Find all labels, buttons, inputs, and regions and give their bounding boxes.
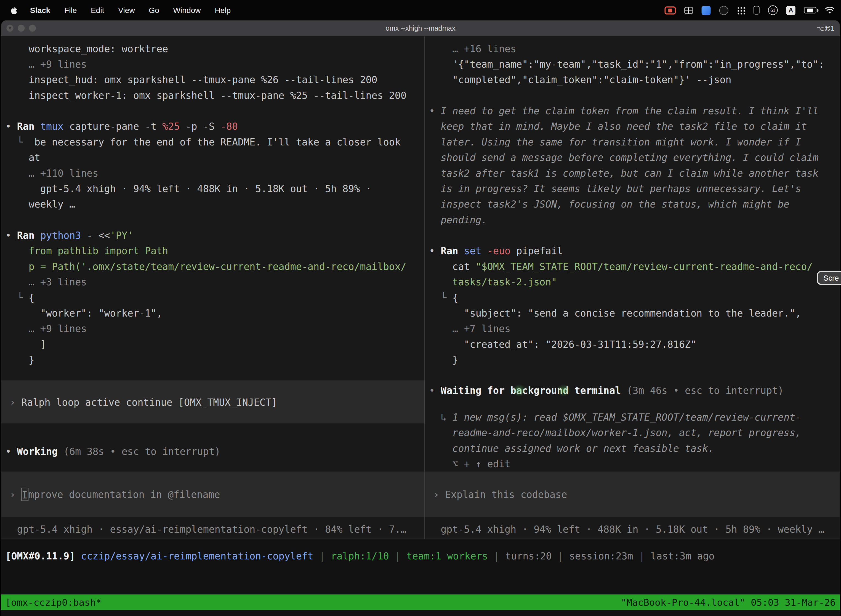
app-icon-dark[interactable]	[719, 6, 728, 15]
ran-label: Ran	[17, 230, 40, 241]
thinking-line: should send a message before completing …	[429, 150, 840, 165]
tmux-pane-left[interactable]: workspace_mode: worktree … +9 lines insp…	[1, 37, 424, 538]
menu-help[interactable]: Help	[208, 6, 238, 14]
command-flag: -euo	[487, 245, 516, 257]
terminal-cursor: I	[21, 487, 28, 501]
blank-line	[5, 212, 424, 227]
separator: |	[552, 550, 569, 562]
bullet-icon: •	[5, 230, 17, 241]
screen-recording-indicator[interactable]	[664, 6, 676, 14]
app-menu-slack[interactable]: Slack	[23, 6, 57, 14]
ghost-text: mprove documentation in @filename	[28, 488, 220, 500]
window-layout-icon[interactable]	[684, 7, 693, 13]
menu-edit[interactable]: Edit	[84, 6, 111, 14]
output-text: {	[452, 292, 458, 303]
composer-input[interactable]: › Explain this codebase	[425, 472, 840, 517]
separator: |	[633, 550, 651, 562]
tmux-status-bar: [omx-cczip0:bash*"MacBook-Pro-44.local" …	[1, 594, 840, 610]
bullet-icon: •	[5, 120, 17, 132]
collapsed-lines: … +110 lines	[5, 165, 424, 181]
close-button[interactable]: ×	[6, 25, 13, 31]
wifi-icon[interactable]	[825, 7, 835, 13]
spacer	[75, 550, 81, 562]
pane-bottom-separator	[1, 539, 840, 539]
minimize-button[interactable]	[18, 25, 25, 31]
battery-nub	[817, 9, 818, 12]
ran-label: Ran	[441, 245, 464, 257]
window-titlebar[interactable]: × omx --xhigh --madmax ⌥⌘1	[1, 21, 840, 37]
config-line: inspect_hud: omx sparkshell --tmux-pane …	[5, 72, 424, 87]
collapsed-lines: … +9 lines	[5, 321, 424, 336]
omx-ralph-count: ralph:1/10	[331, 550, 389, 562]
app-icon-blue[interactable]	[702, 6, 711, 15]
separator: |	[389, 550, 406, 562]
battery-icon[interactable]	[804, 7, 816, 13]
command-args: capture-pane -t	[69, 120, 162, 132]
dots-grid-icon[interactable]	[737, 6, 745, 14]
collapsed-lines: … +7 lines	[429, 321, 840, 336]
blank-line	[429, 88, 840, 103]
waiting-label: Waiting for background terminal	[441, 385, 627, 396]
prompt-chevron-icon: ›	[10, 396, 21, 408]
output-corner-icon: └	[5, 292, 28, 303]
output-text: be necessary for the end of the README. …	[35, 136, 401, 148]
menu-file[interactable]: File	[57, 6, 84, 14]
mailbox-text: 1 new msg(s): read $OMX_TEAM_STATE_ROOT/…	[452, 412, 801, 423]
display-icon[interactable]	[753, 6, 759, 14]
working-status: • Working (6m 38s • esc to interrupt)	[5, 444, 424, 459]
prompt-chevron-icon: ›	[434, 488, 445, 500]
inject-text: Ralph loop active continue [OMX_TMUX_INJ…	[21, 396, 277, 408]
code-line: cat "$OMX_TEAM_STATE_ROOT/team/review-cu…	[429, 259, 840, 274]
thinking-text: I need to get the claim token from the c…	[441, 105, 818, 116]
config-line: inspect_worker-1: omx sparkshell --tmux-…	[5, 88, 424, 103]
collapsed-lines: … +9 lines	[5, 56, 424, 72]
menu-bar-status: 61 A	[664, 5, 834, 15]
heredoc-tag: 'PY'	[110, 230, 133, 241]
separator: |	[488, 550, 505, 562]
battery-fill	[807, 8, 813, 12]
code-line: from pathlib import Path	[5, 243, 424, 259]
terminal-window: × omx --xhigh --madmax ⌥⌘1 workspace_mod…	[1, 21, 840, 616]
tmux-pane-right[interactable]: … +16 lines '{"team_name":"my-team","tas…	[425, 37, 840, 538]
keyboard-input-icon[interactable]: A	[786, 6, 796, 15]
tool-output-line: gpt-5.4 xhigh · 94% left · 488K in · 5.1…	[5, 181, 424, 196]
config-line: workspace_mode: worktree	[5, 41, 424, 56]
omx-session-time: session:23m	[569, 550, 633, 562]
mailbox-msg-line: readme-and-reco/mailbox/worker-1.json, a…	[429, 425, 840, 440]
pane-id-arg: %25	[162, 120, 180, 132]
omx-last-activity: last:3m ago	[651, 550, 715, 562]
bullet-icon: •	[429, 245, 441, 257]
model-status-line: gpt-5.4 xhigh · essay/ai-reimplementatio…	[5, 521, 424, 537]
terminal-line: '{"team_name":"my-team","task_id":"1","f…	[429, 56, 840, 72]
menu-bar: Slack File Edit View Go Window Help 61 A	[0, 0, 841, 21]
desktop: Slack File Edit View Go Window Help 61 A…	[0, 0, 841, 616]
tool-call-tmux: • Ran tmux capture-pane -t %25 -p -S -80	[5, 119, 424, 134]
tool-output-line: }	[5, 352, 424, 367]
apple-menu-icon[interactable]	[6, 6, 23, 14]
ghost-text: Explain this codebase	[445, 488, 567, 500]
window-shortcut-hint: ⌥⌘1	[817, 21, 835, 36]
edit-hint: ⌥ + ↑ edit	[429, 456, 840, 471]
zoom-button[interactable]	[29, 25, 36, 31]
composer-input[interactable]: › Improve documentation in @filename	[1, 472, 424, 517]
command-name: set	[464, 245, 487, 257]
collapsed-lines: … +3 lines	[5, 274, 424, 289]
record-dot-icon	[668, 8, 672, 12]
battery-percent-badge[interactable]: 61	[768, 5, 778, 15]
menu-view[interactable]: View	[111, 6, 142, 14]
menu-go[interactable]: Go	[142, 6, 166, 14]
tmux-session-label: [omx-cczip0:bash*	[5, 597, 101, 608]
menu-window[interactable]: Window	[166, 6, 208, 14]
thinking-line: task2 after task1 is complete, but can I…	[429, 165, 840, 181]
separator: |	[314, 550, 331, 562]
omx-team-workers: team:1 workers	[406, 550, 488, 562]
window-controls: ×	[6, 21, 36, 36]
command-name: python3	[40, 230, 87, 241]
cat-command: cat	[429, 261, 476, 272]
tool-output-line: └ {	[429, 290, 840, 305]
working-label: Working	[17, 446, 64, 457]
inject-banner: › Ralph loop active continue [OMX_TMUX_I…	[1, 380, 424, 423]
tool-output-line: ]	[5, 336, 424, 352]
tool-output-line: "created_at": "2026-03-31T11:59:27.816Z"	[429, 336, 840, 352]
tool-output-line: └ {	[5, 290, 424, 305]
